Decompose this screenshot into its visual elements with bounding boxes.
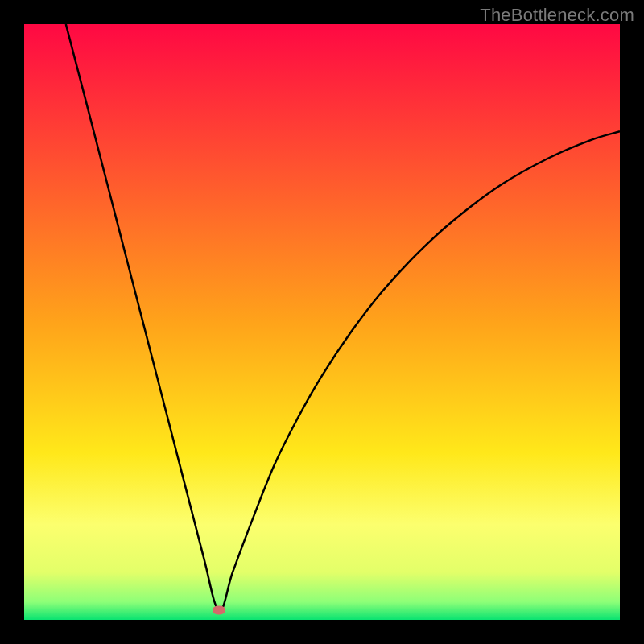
plot-area: [24, 24, 620, 620]
curve-layer: [24, 24, 620, 620]
bottleneck-curve: [66, 24, 620, 610]
optimum-marker: [213, 606, 225, 615]
chart-frame: TheBottleneck.com: [0, 0, 644, 644]
watermark-text: TheBottleneck.com: [480, 5, 634, 26]
